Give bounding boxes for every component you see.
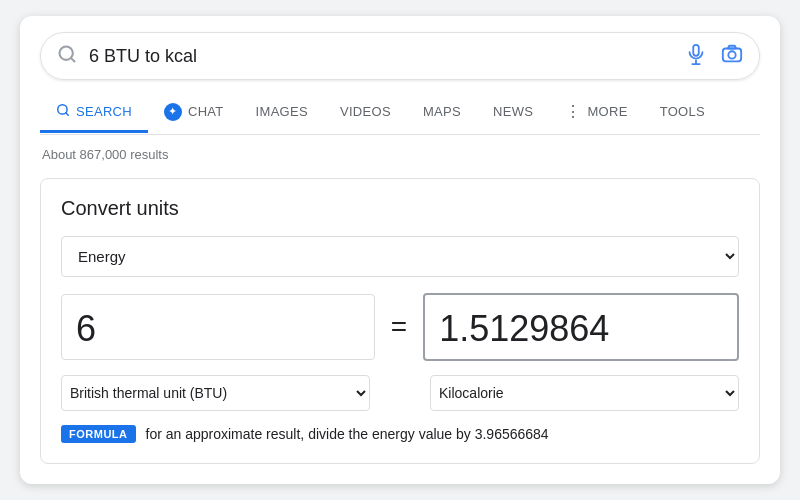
- search-icon: [57, 44, 77, 68]
- category-dropdown[interactable]: Energy Length Mass Temperature Volume Ar…: [61, 236, 739, 277]
- tab-search[interactable]: SEARCH: [40, 93, 148, 133]
- convert-card: Convert units Energy Length Mass Tempera…: [40, 178, 760, 463]
- tab-news-label: NEWS: [493, 104, 533, 119]
- nav-tabs: SEARCH ✦ CHAT IMAGES VIDEOS MAPS NEWS ⋮ …: [40, 92, 760, 135]
- search-bar: [40, 32, 760, 80]
- formula-text: for an approximate result, divide the en…: [146, 426, 549, 442]
- convert-title: Convert units: [61, 197, 739, 220]
- svg-point-6: [728, 52, 735, 59]
- input-block: [61, 294, 375, 359]
- equals-sign: =: [391, 311, 407, 343]
- tab-search-label: SEARCH: [76, 104, 132, 119]
- from-unit-block: British thermal unit (BTU) Joule Kilocal…: [61, 375, 370, 411]
- svg-line-1: [71, 58, 75, 62]
- from-unit-select[interactable]: British thermal unit (BTU) Joule Kilocal…: [61, 375, 370, 411]
- search-tab-icon: [56, 103, 70, 120]
- tab-tools[interactable]: TOOLS: [644, 94, 721, 132]
- to-unit-block: Kilocalorie Joule British thermal unit (…: [430, 375, 739, 411]
- tab-more[interactable]: ⋮ MORE: [549, 92, 644, 134]
- mic-icon[interactable]: [685, 43, 707, 69]
- search-bar-actions: [685, 43, 743, 69]
- to-unit-select[interactable]: Kilocalorie Joule British thermal unit (…: [430, 375, 739, 411]
- search-input[interactable]: [89, 46, 673, 67]
- tab-videos-label: VIDEOS: [340, 104, 391, 119]
- tab-tools-label: TOOLS: [660, 104, 705, 119]
- tab-chat[interactable]: ✦ CHAT: [148, 93, 240, 134]
- tab-images-label: IMAGES: [256, 104, 308, 119]
- tab-more-label: MORE: [587, 104, 627, 119]
- results-count: About 867,000 results: [40, 147, 760, 162]
- tab-images[interactable]: IMAGES: [240, 94, 324, 132]
- formula-badge: FORMULA: [61, 425, 136, 443]
- converter-values-row: =: [61, 293, 739, 360]
- to-value-input[interactable]: [439, 307, 723, 350]
- result-block: [423, 293, 739, 360]
- camera-icon[interactable]: [721, 43, 743, 69]
- svg-rect-2: [693, 45, 699, 56]
- tab-news[interactable]: NEWS: [477, 94, 549, 132]
- tab-videos[interactable]: VIDEOS: [324, 94, 407, 132]
- unit-selects-row: British thermal unit (BTU) Joule Kilocal…: [61, 375, 739, 411]
- tab-maps-label: MAPS: [423, 104, 461, 119]
- tab-chat-label: CHAT: [188, 104, 224, 119]
- svg-line-8: [66, 113, 69, 116]
- more-dots-icon: ⋮: [565, 102, 581, 121]
- formula-row: FORMULA for an approximate result, divid…: [61, 425, 739, 443]
- chat-tab-icon: ✦: [164, 103, 182, 121]
- tab-maps[interactable]: MAPS: [407, 94, 477, 132]
- main-container: SEARCH ✦ CHAT IMAGES VIDEOS MAPS NEWS ⋮ …: [20, 16, 780, 483]
- from-value-input[interactable]: [76, 307, 360, 350]
